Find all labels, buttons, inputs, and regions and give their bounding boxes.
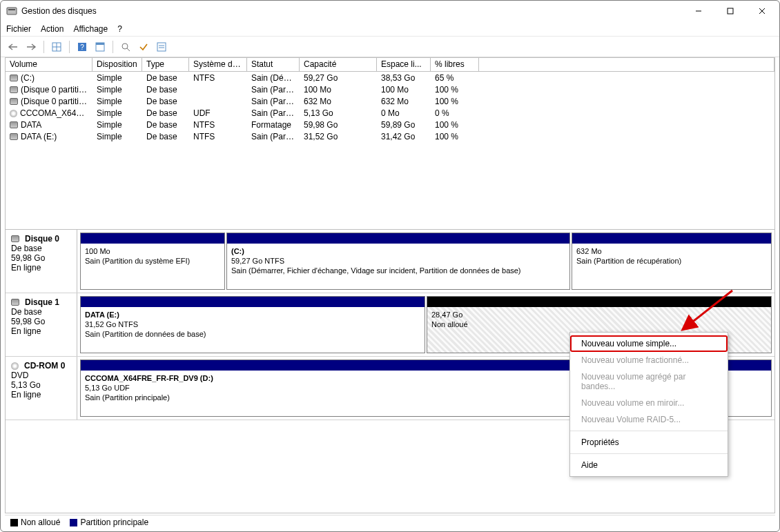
col-type[interactable]: Type <box>142 58 189 72</box>
legend: Non alloué Partition principale <box>5 515 775 529</box>
table-row[interactable]: (Disque 0 partition...SimpleDe baseSain … <box>6 83 774 95</box>
minimize-button[interactable] <box>683 1 714 21</box>
title-bar: Gestion des disques <box>1 1 779 21</box>
svg-rect-3 <box>728 8 733 14</box>
disk0-partition-c[interactable]: (C:)59,27 Go NTFSSain (Démarrer, Fichier… <box>226 233 570 290</box>
svg-point-13 <box>122 43 128 49</box>
table-row[interactable]: DATA (E:)SimpleDe baseNTFSSain (Parti...… <box>6 130 774 142</box>
legend-swatch-unalloc <box>10 519 18 526</box>
disk1-type: De base <box>11 307 71 317</box>
svg-line-14 <box>127 48 130 51</box>
col-pct[interactable]: % libres <box>431 58 479 72</box>
cdrom-size: 5,13 Go <box>11 380 71 390</box>
legend-primary: Partition principale <box>80 518 148 527</box>
disk0-info[interactable]: Disque 0 De base 59,98 Go En ligne <box>6 230 77 293</box>
cdrom-info[interactable]: CD-ROM 0 DVD 5,13 Go En ligne <box>6 357 77 420</box>
context-menu: Nouveau volume simple... Nouveau volume … <box>569 332 728 477</box>
column-headers: Volume Disposition Type Système de ... S… <box>6 58 774 72</box>
cdrom-type: DVD <box>11 371 71 380</box>
menu-action[interactable]: Action <box>41 24 64 34</box>
disk0-status: En ligne <box>11 263 71 273</box>
disk1-partition-data[interactable]: DATA (E:)31,52 Go NTFSSain (Partition de… <box>80 296 425 353</box>
legend-swatch-primary <box>70 519 77 526</box>
list-icon[interactable] <box>155 40 168 54</box>
disk0-size: 59,98 Go <box>11 253 71 263</box>
table-row[interactable]: (Disque 0 partition...SimpleDe baseSain … <box>6 95 774 107</box>
menu-new-raid5-volume: Nouveau Volume RAID-5... <box>570 411 728 428</box>
menu-help[interactable]: Aide <box>570 457 728 473</box>
svg-text:?: ? <box>80 43 84 51</box>
svg-rect-15 <box>157 43 166 51</box>
menu-properties[interactable]: Propriétés <box>570 434 728 451</box>
col-fs[interactable]: Système de ... <box>189 58 247 72</box>
disk0-type: De base <box>11 244 71 253</box>
menu-help[interactable]: ? <box>117 24 122 34</box>
search-icon[interactable] <box>119 40 133 54</box>
close-button[interactable] <box>746 1 778 21</box>
volume-list: Volume Disposition Type Système de ... S… <box>5 57 775 230</box>
disk1-info[interactable]: Disque 1 De base 59,98 Go En ligne <box>6 293 77 356</box>
svg-rect-1 <box>8 9 15 10</box>
menu-file[interactable]: Fichier <box>6 24 31 34</box>
panel-icon[interactable] <box>93 40 107 54</box>
cdrom-status: En ligne <box>11 390 71 400</box>
disk-icon <box>11 299 19 306</box>
disk-icon <box>11 235 19 242</box>
col-free[interactable]: Espace li... <box>377 58 431 72</box>
col-volume[interactable]: Volume <box>6 58 92 72</box>
menu-view[interactable]: Affichage <box>73 24 108 34</box>
table-row[interactable]: DATASimpleDe baseNTFSFormatage59,98 Go59… <box>6 119 774 130</box>
grid-icon[interactable] <box>50 40 64 54</box>
disk1-status: En ligne <box>11 326 71 336</box>
app-icon <box>6 6 17 17</box>
col-layout[interactable]: Disposition <box>92 58 142 72</box>
window-title: Gestion des disques <box>21 6 683 16</box>
cdrom-name: CD-ROM 0 <box>24 361 65 371</box>
disk1-name: Disque 1 <box>25 297 59 307</box>
svg-rect-0 <box>7 8 17 14</box>
forward-icon[interactable] <box>24 40 38 54</box>
toolbar: ? <box>1 37 779 57</box>
disk0-partition-recovery[interactable]: 632 MoSain (Partition de récupération) <box>572 233 772 290</box>
legend-unalloc: Non alloué <box>21 518 60 527</box>
menu-bar: Fichier Action Affichage ? <box>1 21 779 37</box>
cd-icon <box>11 362 19 370</box>
menu-new-spanned-volume: Nouveau volume fractionné... <box>570 352 728 368</box>
menu-new-simple-volume[interactable]: Nouveau volume simple... <box>570 335 728 352</box>
disk0-partition-efi[interactable]: 100 MoSain (Partition du système EFI) <box>80 233 225 290</box>
back-icon[interactable] <box>6 40 20 54</box>
table-row[interactable]: CCCOMA_X64FRE...SimpleDe baseUDFSain (Pa… <box>6 107 774 119</box>
svg-rect-12 <box>96 43 104 45</box>
menu-new-striped-volume: Nouveau volume agrégé par bandes... <box>570 368 728 395</box>
col-capacity[interactable]: Capacité <box>300 58 377 72</box>
maximize-button[interactable] <box>714 1 746 21</box>
disk0-name: Disque 0 <box>25 234 59 244</box>
disk1-size: 59,98 Go <box>11 317 71 326</box>
col-status[interactable]: Statut <box>247 58 300 72</box>
check-icon[interactable] <box>137 40 150 54</box>
help-icon[interactable]: ? <box>75 40 89 54</box>
menu-new-mirrored-volume: Nouveau volume en miroir... <box>570 395 728 411</box>
table-row[interactable]: (C:)SimpleDe baseNTFSSain (Dém...59,27 G… <box>6 72 774 83</box>
